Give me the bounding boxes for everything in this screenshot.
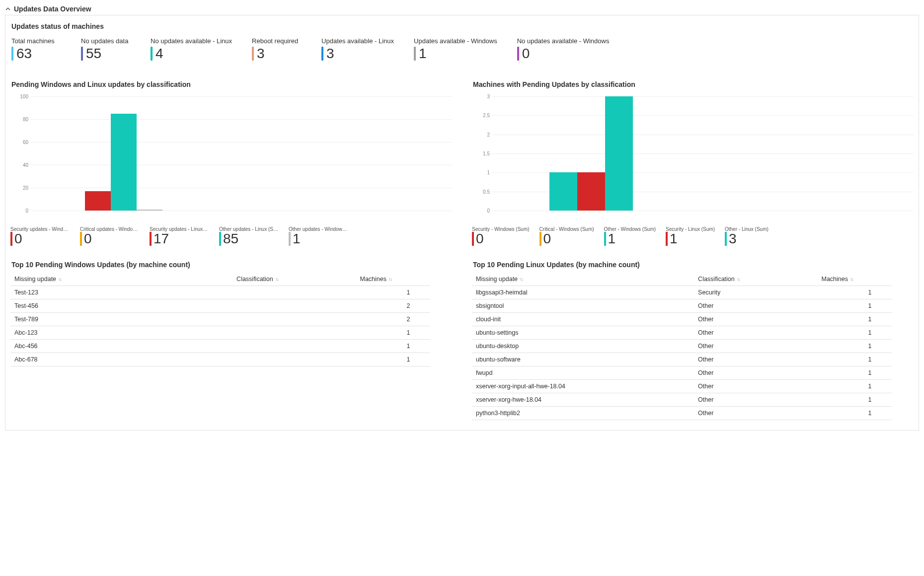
legend-value: 17 bbox=[154, 232, 169, 246]
chart-bar[interactable] bbox=[85, 191, 111, 211]
col-machines[interactable]: Machines↑↓ bbox=[818, 273, 892, 286]
cell-classification: Other bbox=[694, 380, 817, 393]
cell-classification bbox=[232, 353, 356, 366]
table-title-linux: Top 10 Pending Linux Updates (by machine… bbox=[473, 261, 914, 269]
table-row[interactable]: Test-1231 bbox=[10, 286, 430, 299]
cell-machines: 2 bbox=[356, 313, 430, 326]
cell-machines: 1 bbox=[818, 407, 892, 420]
cell-classification: Other bbox=[694, 313, 817, 326]
status-tile[interactable]: Updates available - Linux3 bbox=[321, 37, 394, 61]
status-tile-bar bbox=[517, 47, 519, 61]
table-row[interactable]: fwupdOther1 bbox=[472, 366, 892, 380]
cell-machines: 1 bbox=[356, 326, 430, 340]
table-row[interactable]: xserver-xorg-hwe-18.04Other1 bbox=[472, 393, 892, 407]
legend-tile[interactable]: Critical - Windows (Sum)0 bbox=[539, 226, 594, 246]
col-missing-update[interactable]: Missing update↑↓ bbox=[472, 273, 694, 286]
cell-machines: 1 bbox=[818, 393, 892, 407]
sort-icon: ↑↓ bbox=[275, 277, 278, 282]
legend-color-bar bbox=[725, 232, 727, 246]
chart-y-tick: 0 bbox=[472, 208, 490, 214]
legend-color-bar bbox=[472, 232, 474, 246]
status-tile[interactable]: No updates available - Windows0 bbox=[517, 37, 610, 61]
chart-y-tick: 3 bbox=[472, 94, 490, 99]
col-classification[interactable]: Classification↑↓ bbox=[232, 273, 356, 286]
legend-tile[interactable]: Security updates - Windo...0 bbox=[10, 226, 70, 246]
cell-update: xserver-xorg-input-all-hwe-18.04 bbox=[472, 380, 694, 393]
table-row[interactable]: cloud-initOther1 bbox=[472, 313, 892, 326]
status-tile[interactable]: No updates available - Linux4 bbox=[151, 37, 232, 61]
legend-color-bar bbox=[150, 232, 152, 246]
table-row[interactable]: python3-httplib2Other1 bbox=[472, 407, 892, 420]
table-row[interactable]: xserver-xorg-input-all-hwe-18.04Other1 bbox=[472, 380, 892, 393]
legend-tile[interactable]: Other updates - Linux (Sum)85 bbox=[219, 226, 279, 246]
col-missing-update[interactable]: Missing update↑↓ bbox=[10, 273, 232, 286]
legend-tile[interactable]: Security - Windows (Sum)0 bbox=[472, 226, 530, 246]
status-tile-value: 63 bbox=[16, 47, 32, 61]
table-row[interactable]: Abc-6781 bbox=[10, 353, 430, 366]
chart-pending-updates[interactable]: 020406080100 bbox=[10, 91, 452, 220]
cell-machines: 1 bbox=[818, 380, 892, 393]
cell-classification bbox=[232, 340, 356, 353]
section-toggle[interactable]: Updates Data Overview bbox=[5, 5, 919, 13]
legend-tile[interactable]: Critical updates - Window...0 bbox=[80, 226, 140, 246]
col-classification[interactable]: Classification↑↓ bbox=[694, 273, 817, 286]
chart-bar[interactable] bbox=[111, 114, 137, 211]
cell-update: Test-456 bbox=[10, 299, 232, 313]
table-row[interactable]: Test-4562 bbox=[10, 299, 430, 313]
table-row[interactable]: Test-7892 bbox=[10, 313, 430, 326]
status-tile-label: Reboot required bbox=[252, 37, 302, 45]
legend-tile[interactable]: Other - Windows (Sum)1 bbox=[604, 226, 656, 246]
chart-y-tick: 2 bbox=[472, 132, 490, 137]
table-row[interactable]: ubuntu-settingsOther1 bbox=[472, 326, 892, 340]
cell-update: xserver-xorg-hwe-18.04 bbox=[472, 393, 694, 407]
cell-classification: Other bbox=[694, 353, 817, 366]
chart-bar[interactable] bbox=[137, 210, 162, 211]
chart-legend-left: Security updates - Windo...0Critical upd… bbox=[10, 226, 452, 246]
table-row[interactable]: Abc-1231 bbox=[10, 326, 430, 340]
sort-icon: ↑↓ bbox=[520, 277, 523, 282]
chart-y-tick: 1 bbox=[472, 170, 490, 175]
chart-gridline bbox=[492, 211, 914, 211]
cell-machines: 1 bbox=[818, 353, 892, 366]
section-title: Updates Data Overview bbox=[14, 5, 91, 13]
cell-update: Abc-456 bbox=[10, 340, 232, 353]
table-row[interactable]: libgssapi3-heimdalSecurity1 bbox=[472, 286, 892, 299]
chart-bar[interactable] bbox=[577, 172, 605, 211]
legend-tile[interactable]: Security - Linux (Sum)1 bbox=[666, 226, 715, 246]
cell-update: cloud-init bbox=[472, 313, 694, 326]
cell-update: fwupd bbox=[472, 366, 694, 380]
cell-machines: 1 bbox=[356, 353, 430, 366]
overview-panel: Updates status of machines Total machine… bbox=[5, 15, 919, 431]
chart-bar[interactable] bbox=[605, 96, 633, 211]
cell-classification bbox=[232, 299, 356, 313]
legend-tile[interactable]: Other - Linux (Sum)3 bbox=[725, 226, 770, 246]
legend-tile[interactable]: Security updates - Linux (...17 bbox=[150, 226, 209, 246]
col-machines[interactable]: Machines↑↓ bbox=[356, 273, 430, 286]
legend-value: 0 bbox=[84, 232, 92, 246]
cell-update: Test-123 bbox=[10, 286, 232, 299]
cell-machines: 1 bbox=[818, 326, 892, 340]
chart-y-tick: 0 bbox=[10, 208, 28, 214]
sort-icon: ↑↓ bbox=[737, 277, 740, 282]
status-tile[interactable]: Updates available - Windows1 bbox=[414, 37, 497, 61]
table-row[interactable]: Abc-4561 bbox=[10, 340, 430, 353]
legend-value: 0 bbox=[543, 232, 551, 246]
status-tile-value: 0 bbox=[522, 47, 530, 61]
chart-machines-pending[interactable]: 00.511.522.53 bbox=[472, 91, 914, 220]
chart-title-right: Machines with Pending Updates by classif… bbox=[473, 80, 914, 88]
table-row[interactable]: ubuntu-softwareOther1 bbox=[472, 353, 892, 366]
status-tile[interactable]: Reboot required3 bbox=[252, 37, 302, 61]
chart-y-tick: 1.5 bbox=[472, 151, 490, 156]
table-row[interactable]: ubuntu-desktopOther1 bbox=[472, 340, 892, 353]
chart-bar[interactable] bbox=[549, 172, 577, 211]
sort-icon: ↑↓ bbox=[58, 277, 61, 282]
cell-update: sbsigntool bbox=[472, 299, 694, 313]
status-tile[interactable]: No updates data55 bbox=[81, 37, 131, 61]
table-row[interactable]: sbsigntoolOther1 bbox=[472, 299, 892, 313]
legend-color-bar bbox=[666, 232, 668, 246]
status-tile-label: Updates available - Linux bbox=[321, 37, 394, 45]
legend-tile[interactable]: Other updates - Windows...1 bbox=[289, 226, 348, 246]
status-subtitle: Updates status of machines bbox=[11, 22, 914, 30]
status-tile[interactable]: Total machines63 bbox=[11, 37, 61, 61]
legend-color-bar bbox=[604, 232, 606, 246]
